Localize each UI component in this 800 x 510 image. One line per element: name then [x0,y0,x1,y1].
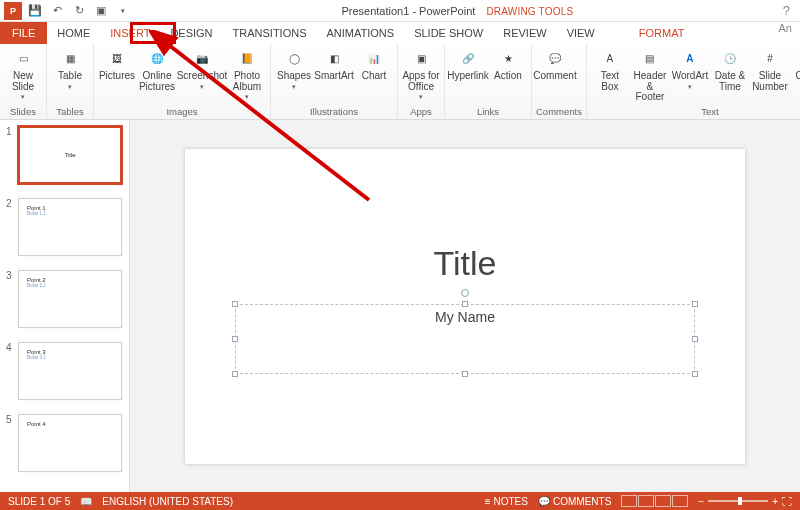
fit-button[interactable]: ⛶ [782,496,792,507]
slide-thumbnail[interactable]: Point 3Bullet 3.1 [18,342,122,400]
online-pictures-button[interactable]: 🌐Online Pictures [138,46,176,94]
screenshot-label: Screenshot [177,71,228,82]
redo-icon[interactable]: ↻ [70,2,88,20]
new-slide-button[interactable]: ▭New Slide [4,46,42,102]
zoom-out-button[interactable]: − [698,496,704,507]
slide-thumbnail[interactable]: Point 2Bullet 2.1 [18,270,122,328]
textbox-button[interactable]: AText Box [591,46,629,94]
tab-format[interactable]: FORMAT [629,22,695,44]
group-comments: 💬Comment Comments [532,44,587,119]
resize-handle[interactable] [462,371,468,377]
tab-insert[interactable]: INSERT [100,22,160,44]
action-button[interactable]: ★Action [489,46,527,84]
table-icon: ▦ [59,48,81,70]
pictures-button[interactable]: 🖼Pictures [98,46,136,84]
zoom-slider[interactable] [708,500,768,502]
chart-button[interactable]: 📊Chart [355,46,393,84]
photo-album-label: Photo Album [228,71,266,92]
thumb-number: 3 [6,270,14,328]
chart-label: Chart [362,71,386,82]
tab-design[interactable]: DESIGN [160,22,222,44]
notes-label: NOTES [494,496,528,507]
thumb-number: 2 [6,198,14,256]
tab-animations[interactable]: ANIMATIONS [317,22,405,44]
smartart-button[interactable]: ◧SmartArt [315,46,353,84]
apps-button[interactable]: ▣Apps for Office [402,46,440,102]
date-time-button[interactable]: 🕒Date & Time [711,46,749,94]
resize-handle[interactable] [692,336,698,342]
slide-thumbnail[interactable]: Point 1Bullet 1.1 [18,198,122,256]
slide-canvas[interactable]: Title My Name [130,120,800,492]
normal-view-button[interactable] [621,495,637,507]
tab-file[interactable]: FILE [0,22,47,44]
slide-thumbnail[interactable]: Point 4 [18,414,122,472]
view-buttons [621,495,688,507]
shapes-icon: ◯ [283,48,305,70]
qat-dropdown-icon[interactable]: ▾ [114,2,132,20]
slideshow-view-button[interactable] [672,495,688,507]
tab-slideshow[interactable]: SLIDE SHOW [404,22,493,44]
notes-button[interactable]: ≡ NOTES [485,496,528,507]
zoom-thumb[interactable] [738,497,742,505]
thumb-wrap[interactable]: 2Point 1Bullet 1.1 [6,198,123,256]
resize-handle[interactable] [692,371,698,377]
table-button[interactable]: ▦Table [51,46,89,92]
selected-textbox[interactable]: My Name [235,304,695,374]
spellcheck-icon[interactable]: 📖 [80,496,92,507]
save-icon[interactable]: 💾 [26,2,44,20]
table-label: Table [58,71,82,82]
slide-thumbnail[interactable]: Title [18,126,122,184]
tab-view[interactable]: VIEW [557,22,605,44]
thumb-number: 1 [6,126,14,184]
textbox-content[interactable]: My Name [236,305,694,325]
sorter-view-button[interactable] [638,495,654,507]
slideshow-icon[interactable]: ▣ [92,2,110,20]
pictures-icon: 🖼 [106,48,128,70]
slide-number-icon: # [759,48,781,70]
online-pictures-icon: 🌐 [146,48,168,70]
group-text-label: Text [591,105,800,119]
comment-button[interactable]: 💬Comment [536,46,574,84]
resize-handle[interactable] [462,301,468,307]
thumb-wrap[interactable]: 3Point 2Bullet 2.1 [6,270,123,328]
slide-title[interactable]: Title [185,244,745,283]
wordart-button[interactable]: AWordArt [671,46,709,92]
tab-review[interactable]: REVIEW [493,22,556,44]
slide-number-button[interactable]: #Slide Number [751,46,789,94]
group-images-label: Images [98,105,266,119]
object-button[interactable]: ◫Object [791,46,800,84]
header-footer-button[interactable]: ▤Header & Footer [631,46,669,105]
photo-album-button[interactable]: 📙Photo Album [228,46,266,102]
new-slide-icon: ▭ [12,48,34,70]
wordart-label: WordArt [672,71,709,82]
current-slide[interactable]: Title My Name [185,149,745,464]
resize-handle[interactable] [232,336,238,342]
title-text: Presentation1 - PowerPoint [341,5,475,17]
group-links: 🔗Hyperlink ★Action Links [445,44,532,119]
resize-handle[interactable] [232,301,238,307]
tab-home[interactable]: HOME [47,22,100,44]
hyperlink-button[interactable]: 🔗Hyperlink [449,46,487,84]
thumb-wrap[interactable]: 1Title [6,126,123,184]
help-icon[interactable]: ? [783,3,790,18]
screenshot-button[interactable]: 📷Screenshot [178,46,226,92]
reading-view-button[interactable] [655,495,671,507]
zoom-in-button[interactable]: + [772,496,778,507]
group-links-label: Links [449,105,527,119]
group-illustrations: ◯Shapes ◧SmartArt 📊Chart Illustrations [271,44,398,119]
thumb-wrap[interactable]: 4Point 3Bullet 3.1 [6,342,123,400]
contextual-tab-label: DRAWING TOOLS [486,6,573,17]
resize-handle[interactable] [232,371,238,377]
rotate-handle[interactable] [461,289,469,297]
ribbon-tabs: FILE HOME INSERT DESIGN TRANSITIONS ANIM… [0,22,800,44]
shapes-button[interactable]: ◯Shapes [275,46,313,92]
slide-thumbnails-panel[interactable]: 1Title2Point 1Bullet 1.13Point 2Bullet 2… [0,120,130,492]
comments-label: COMMENTS [553,496,611,507]
thumb-wrap[interactable]: 5Point 4 [6,414,123,472]
group-apps-label: Apps [402,105,440,119]
resize-handle[interactable] [692,301,698,307]
comments-button-status[interactable]: 💬 COMMENTS [538,496,611,507]
undo-icon[interactable]: ↶ [48,2,66,20]
tab-transitions[interactable]: TRANSITIONS [223,22,317,44]
language-status[interactable]: ENGLISH (UNITED STATES) [102,496,233,507]
